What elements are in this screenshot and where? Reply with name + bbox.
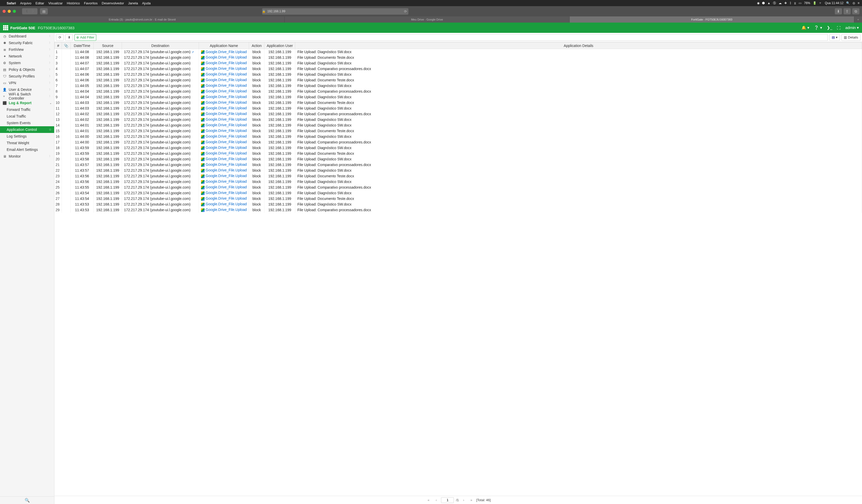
cell-app-name[interactable]: Google.Drive_File.Upload [199, 145, 249, 151]
table-row[interactable]: 2511:43:55192.168.1.199172.217.29.174 (y… [55, 185, 862, 190]
table-row[interactable]: 1011:44:03192.168.1.199172.217.29.174 (y… [55, 100, 862, 105]
cell-app-name[interactable]: Google.Drive_File.Upload [199, 117, 249, 122]
sidebar-item-threat-weight[interactable]: Threat Weight [0, 140, 54, 146]
menu-editar[interactable]: Editar [36, 1, 44, 5]
table-row[interactable]: 311:44:07192.168.1.199172.217.29.174 (yo… [55, 60, 862, 66]
table-row[interactable]: 911:44:04192.168.1.199172.217.29.174 (yo… [55, 94, 862, 100]
cell-app-name[interactable]: Google.Drive_File.Upload [199, 66, 249, 71]
menu-historico[interactable]: Histórico [67, 1, 80, 5]
table-row[interactable]: 2011:43:58192.168.1.199172.217.29.174 (y… [55, 156, 862, 162]
battery-label[interactable]: 76% [804, 1, 810, 5]
sidebar-item-monitor[interactable]: 🖥Monitor〉 [0, 153, 54, 160]
col-app-user[interactable]: Application User [264, 42, 295, 49]
next-page-button[interactable]: › [461, 497, 467, 503]
fullscreen-button[interactable]: ⛶ [837, 26, 841, 30]
menu-ajuda[interactable]: Ajuda [142, 1, 151, 5]
teamviewer-icon[interactable]: ▲ [767, 1, 770, 5]
cell-app-name[interactable]: Google.Drive_File.Upload [199, 49, 249, 55]
cell-app-name[interactable]: Google.Drive_File.Upload [199, 60, 249, 66]
sidebar-item-network[interactable]: ✦Network〉 [0, 53, 54, 59]
user-menu[interactable]: admin ▾ [845, 25, 859, 30]
log-source-dropdown[interactable]: ▤ ▾ [830, 34, 840, 41]
skype-icon[interactable]: Ⓢ [773, 1, 776, 5]
minimize-window-icon[interactable] [8, 10, 11, 13]
col-app-details[interactable]: Application Details [295, 42, 862, 49]
bluetooth-icon[interactable]: ᛒ [789, 1, 792, 5]
table-row[interactable]: 2311:43:56192.168.1.199172.217.29.174 (y… [55, 173, 862, 179]
menu-app-name[interactable]: Safari [7, 1, 16, 5]
table-row[interactable]: 1111:44:03192.168.1.199172.217.29.174 (y… [55, 105, 862, 111]
share-button[interactable]: ⇪ [844, 8, 851, 14]
screenrec-icon[interactable]: ◉ [757, 1, 760, 5]
tab-drive[interactable]: Meu Drive - Google Drive [285, 16, 569, 23]
table-row[interactable]: 1711:44:00192.168.1.199172.217.29.174 (y… [55, 140, 862, 145]
table-row[interactable]: 2111:43:57192.168.1.199172.217.29.174 (y… [55, 162, 862, 168]
prev-page-button[interactable]: ‹ [433, 497, 439, 503]
menu-visualizar[interactable]: Visualizar [48, 1, 63, 5]
table-row[interactable]: 711:44:05192.168.1.199172.217.29.174 (yo… [55, 83, 862, 89]
first-page-button[interactable]: « [426, 497, 431, 503]
sidebar-item-log-report[interactable]: ⬛Log & Report⌄ [0, 100, 54, 106]
table-row[interactable]: 1511:44:01192.168.1.199172.217.29.174 (y… [55, 128, 862, 134]
cell-app-name[interactable]: Google.Drive_File.Upload [199, 151, 249, 156]
cell-app-name[interactable]: Google.Drive_File.Upload [199, 111, 249, 117]
cell-app-name[interactable]: Google.Drive_File.Upload [199, 100, 249, 105]
menu-janela[interactable]: Janela [128, 1, 138, 5]
cell-app-name[interactable]: Google.Drive_File.Upload [199, 71, 249, 77]
table-row[interactable]: 2211:43:57192.168.1.199172.217.29.174 (y… [55, 168, 862, 173]
clock-label[interactable]: Qua 11:44:12 [825, 1, 844, 5]
refresh-button[interactable]: ⟳ [56, 34, 64, 41]
table-row[interactable]: 111:44:08192.168.1.199172.217.29.174 (yo… [55, 49, 862, 55]
safari-sidebar-button[interactable]: ▤ [40, 8, 48, 14]
col-index[interactable]: # [55, 42, 62, 49]
cell-app-name[interactable]: Google.Drive_File.Upload [199, 190, 249, 196]
zoom-window-icon[interactable] [13, 10, 16, 13]
cell-app-name[interactable]: Google.Drive_File.Upload [199, 122, 249, 128]
cell-app-name[interactable]: Google.Drive_File.Upload [199, 89, 249, 94]
display-icon[interactable]: ▭ [799, 1, 801, 5]
sidebar-item-system-events[interactable]: System Events [0, 120, 54, 126]
close-window-icon[interactable] [3, 10, 6, 13]
cell-app-name[interactable]: Google.Drive_File.Upload [199, 179, 249, 185]
cell-app-name[interactable]: Google.Drive_File.Upload [199, 207, 249, 213]
col-destination[interactable]: Destination [122, 42, 199, 49]
table-row[interactable]: 2411:43:56192.168.1.199172.217.29.174 (y… [55, 179, 862, 185]
add-filter-button[interactable]: ⊕Add Filter [75, 34, 96, 41]
cell-app-name[interactable]: Google.Drive_File.Upload [199, 185, 249, 190]
table-row[interactable]: 811:44:04192.168.1.199172.217.29.174 (yo… [55, 89, 862, 94]
col-action[interactable]: Action [249, 42, 264, 49]
spotlight-icon[interactable]: 🔍 [846, 1, 850, 5]
record-dot-icon[interactable] [762, 2, 765, 4]
cell-app-name[interactable]: Google.Drive_File.Upload [199, 201, 249, 207]
details-button[interactable]: ▥Details [841, 34, 860, 41]
sidebar-item-wifi-switch[interactable]: ᯤWiFi & Switch Controller〉 [0, 93, 54, 100]
sidebar-item-dashboard[interactable]: ◷Dashboard〉 [0, 33, 54, 40]
cell-app-name[interactable]: Google.Drive_File.Upload [199, 140, 249, 145]
battery-icon[interactable]: 🔋 [813, 1, 817, 5]
menu-desenvolvedor[interactable]: Desenvolvedor [102, 1, 124, 5]
sidebar-item-fortiview[interactable]: ≣FortiView〉 [0, 46, 54, 53]
cli-button[interactable]: ❯_ [827, 25, 832, 30]
table-row[interactable]: 1611:44:00192.168.1.199172.217.29.174 (y… [55, 134, 862, 140]
last-page-button[interactable]: » [469, 497, 474, 503]
sidebar-item-local-traffic[interactable]: Local Traffic [0, 113, 54, 120]
sidebar-item-security-profiles[interactable]: 🛡Security Profiles〉 [0, 73, 54, 80]
cell-app-name[interactable]: Google.Drive_File.Upload [199, 128, 249, 134]
table-row[interactable]: 1211:44:02192.168.1.199172.217.29.174 (y… [55, 111, 862, 117]
sidebar-item-email-alert[interactable]: Email Alert Settings [0, 146, 54, 153]
tab-fortigate[interactable]: FortiGate - FGT50E3U16007383 [570, 16, 854, 23]
table-row[interactable]: 1311:44:02192.168.1.199172.217.29.174 (y… [55, 117, 862, 122]
external-link-icon[interactable]: ↗ [192, 51, 194, 54]
cell-app-name[interactable]: Google.Drive_File.Upload [199, 134, 249, 140]
favorite-star-icon[interactable]: ☆ [49, 128, 52, 131]
table-row[interactable]: 611:44:06192.168.1.199172.217.29.174 (yo… [55, 77, 862, 83]
notification-icon[interactable]: ≡ [858, 1, 859, 5]
download-button[interactable]: ⬇ [65, 34, 73, 41]
tab-email[interactable]: Entrada (3) - paulo@stronit.com.br - E-m… [0, 16, 285, 23]
col-app-name[interactable]: Application Name [199, 42, 249, 49]
col-datetime[interactable]: Date/Time [70, 42, 94, 49]
timemachine-icon[interactable]: ⧖ [794, 1, 796, 5]
col-source[interactable]: Source [94, 42, 122, 49]
cell-app-name[interactable]: Google.Drive_File.Upload [199, 168, 249, 173]
reload-icon[interactable]: ⟳ [404, 10, 407, 13]
